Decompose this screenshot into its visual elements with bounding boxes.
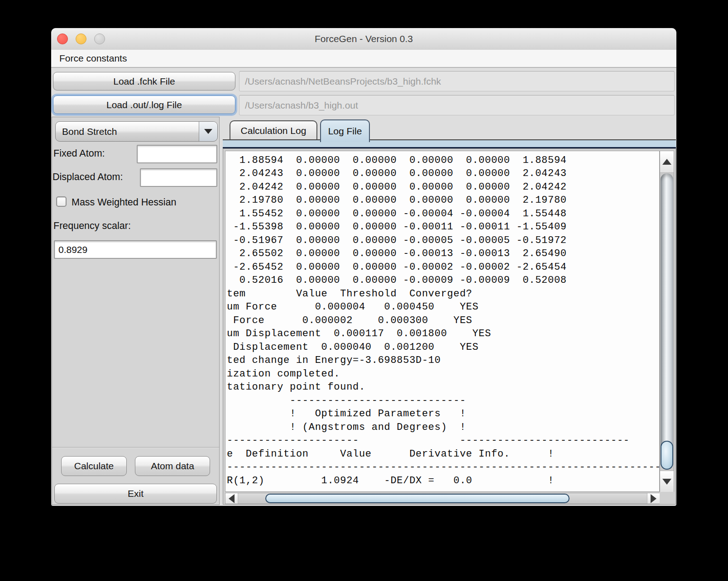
frequency-scalar-label: Frequency scalar: <box>53 220 131 232</box>
mass-weighted-checkbox[interactable] <box>56 196 67 207</box>
log-text: 0.00000 0.00000 0.00000 0.00000 0.00000 … <box>227 151 660 487</box>
load-out-log-button[interactable]: Load .out/.log File <box>53 95 235 114</box>
fixed-atom-label: Fixed Atom: <box>53 148 105 159</box>
chevron-down-icon <box>204 129 212 134</box>
vertical-scroll-thumb[interactable] <box>661 173 673 469</box>
tab-log-file[interactable]: Log File <box>320 119 370 142</box>
horizontal-scrollbar[interactable] <box>225 493 660 504</box>
dropdown-arrow-button[interactable] <box>199 122 217 141</box>
horizontal-scroll-thumb[interactable] <box>265 494 570 503</box>
scroll-up-button[interactable] <box>660 151 674 173</box>
scroll-down-button[interactable] <box>660 471 674 492</box>
exit-button[interactable]: Exit <box>54 484 217 504</box>
window-title: ForceGen - Version 0.3 <box>51 28 676 50</box>
calculate-button[interactable]: Calculate <box>61 456 127 476</box>
atom-data-button[interactable]: Atom data <box>135 456 210 476</box>
arrow-right-icon <box>651 494 656 503</box>
arrow-down-icon <box>662 479 671 485</box>
arrow-left-icon <box>229 494 235 503</box>
arrow-up-icon <box>662 159 671 165</box>
scroll-left-button[interactable] <box>225 493 238 504</box>
scrollbar-corner <box>660 493 674 504</box>
control-panel: Bond Stretch Fixed Atom: Displaced Atom:… <box>52 117 220 505</box>
displaced-atom-label: Displaced Atom: <box>53 171 123 183</box>
vertical-scrollbar[interactable] <box>660 151 674 492</box>
panel-divider <box>52 447 219 448</box>
fixed-atom-input[interactable] <box>137 145 217 163</box>
log-text-view[interactable]: 0.00000 0.00000 0.00000 0.00000 0.00000 … <box>225 151 660 492</box>
log-file-pane: 0.00000 0.00000 0.00000 0.00000 0.00000 … <box>223 148 676 505</box>
app-window: ForceGen - Version 0.3 Force constants L… <box>51 28 676 506</box>
frequency-scalar-input[interactable] <box>54 240 217 259</box>
tab-calculation-log[interactable]: Calculation Log <box>230 120 317 140</box>
load-fchk-button[interactable]: Load .fchk File <box>53 72 235 90</box>
fchk-path-field[interactable]: /Users/acnash/NetBeansProjects/b3_high.f… <box>239 71 675 91</box>
tab-pane-header-strip <box>223 139 676 148</box>
scroll-right-button[interactable] <box>647 493 660 504</box>
out-path-field[interactable]: /Users/acnash/b3_high.out <box>239 95 675 115</box>
dropdown-selected-value: Bond Stretch <box>56 126 199 137</box>
title-bar[interactable]: ForceGen - Version 0.3 <box>51 28 676 50</box>
displaced-atom-input[interactable] <box>140 168 217 187</box>
mass-weighted-label: Mass Weighted Hessian <box>72 197 176 208</box>
analysis-type-dropdown[interactable]: Bond Stretch <box>55 121 218 142</box>
vertical-scroll-thumb-cap <box>661 441 673 470</box>
menu-bar: Force constants <box>51 50 676 68</box>
menu-force-constants[interactable]: Force constants <box>59 53 127 64</box>
